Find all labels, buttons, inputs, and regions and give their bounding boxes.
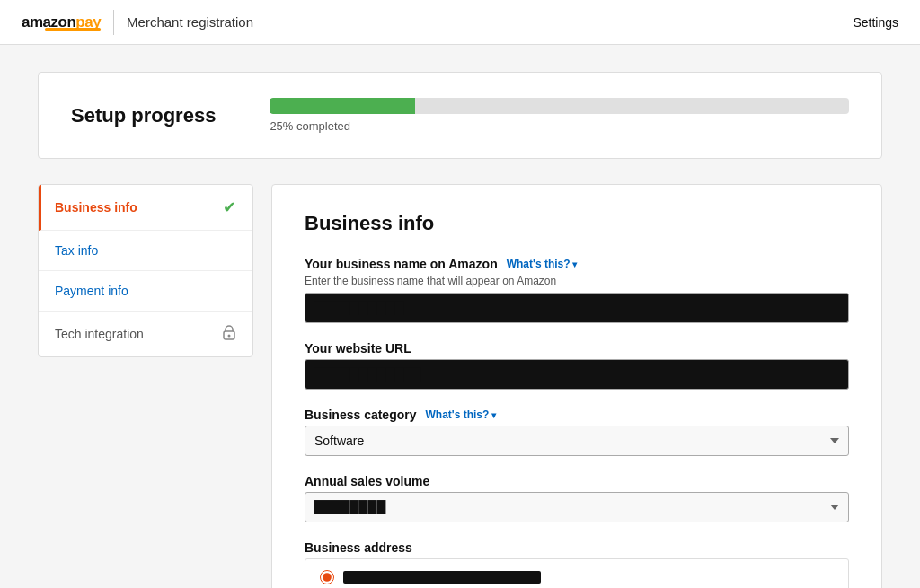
business-category-label-text: Business category: [305, 408, 417, 422]
header-divider: [113, 10, 114, 35]
annual-sales-select[interactable]: ████████: [305, 492, 849, 522]
svg-point-1: [228, 335, 231, 338]
sidebar: Business info ✔ Tax info Payment info Te…: [38, 184, 253, 357]
website-url-input[interactable]: [305, 359, 849, 390]
field-label-website-url: Your website URL: [305, 341, 849, 355]
header-title: Merchant registration: [127, 14, 253, 30]
field-label-business-category: Business category What's this?: [305, 408, 849, 422]
field-group-annual-sales: Annual sales volume ████████: [305, 474, 849, 522]
form-section-title: Business info: [305, 212, 849, 235]
business-name-input[interactable]: [305, 293, 849, 323]
sidebar-item-label-tax-info: Tax info: [55, 243, 98, 258]
field-group-business-address: Business address Add another address Vie…: [305, 540, 849, 588]
sidebar-item-label-business-info: Business info: [55, 200, 137, 215]
field-group-website-url: Your website URL: [305, 341, 849, 390]
sidebar-item-tech-integration: Tech integration: [39, 312, 252, 356]
logo-underline: [45, 28, 101, 31]
sidebar-item-label-tech-integration: Tech integration: [55, 327, 144, 341]
settings-button[interactable]: Settings: [853, 15, 898, 30]
business-name-sublabel: Enter the business name that will appear…: [305, 275, 849, 287]
sidebar-item-tax-info[interactable]: Tax info: [39, 231, 252, 271]
business-category-whats-this[interactable]: What's this?: [426, 408, 497, 421]
sidebar-item-business-info[interactable]: Business info ✔: [39, 185, 252, 231]
business-category-select[interactable]: Software Electronics Clothing Books Othe…: [305, 426, 849, 456]
setup-progress-card: Setup progress 25% completed: [38, 72, 882, 159]
field-group-business-name: Your business name on Amazon What's this…: [305, 257, 849, 323]
setup-progress-label: Setup progress: [71, 104, 216, 127]
lock-icon-tech-integration: [222, 324, 236, 344]
main-content: Setup progress 25% completed Business in…: [20, 45, 900, 588]
check-icon-business-info: ✔: [223, 197, 236, 217]
two-col-layout: Business info ✔ Tax info Payment info Te…: [38, 184, 882, 588]
address-radio-saved[interactable]: [320, 570, 334, 584]
sidebar-item-label-payment-info: Payment info: [55, 284, 128, 298]
field-label-business-name: Your business name on Amazon What's this…: [305, 257, 849, 271]
progress-text: 25% completed: [270, 119, 849, 133]
annual-sales-label-text: Annual sales volume: [305, 474, 429, 488]
progress-area: 25% completed: [270, 98, 849, 133]
amazon-pay-logo: amazonpay: [22, 13, 101, 31]
business-category-select-wrapper: Software Electronics Clothing Books Othe…: [305, 426, 849, 456]
field-group-business-category: Business category What's this? Software …: [305, 408, 849, 456]
header: amazonpay Merchant registration Settings: [0, 0, 920, 45]
field-label-business-address: Business address: [305, 540, 849, 555]
address-option-saved[interactable]: [305, 558, 849, 588]
form-area: Business info Your business name on Amaz…: [271, 184, 882, 588]
business-address-label-text: Business address: [305, 540, 412, 555]
progress-bar-fill: [270, 98, 414, 114]
field-label-annual-sales: Annual sales volume: [305, 474, 849, 488]
website-url-label-text: Your website URL: [305, 341, 411, 355]
sidebar-item-payment-info[interactable]: Payment info: [39, 271, 252, 312]
header-left: amazonpay Merchant registration: [22, 10, 253, 35]
annual-sales-select-wrapper: ████████: [305, 492, 849, 522]
progress-bar-track: [270, 98, 849, 114]
business-name-label-text: Your business name on Amazon: [305, 257, 498, 271]
business-name-whats-this[interactable]: What's this?: [507, 258, 578, 270]
address-text-saved: [343, 571, 541, 584]
